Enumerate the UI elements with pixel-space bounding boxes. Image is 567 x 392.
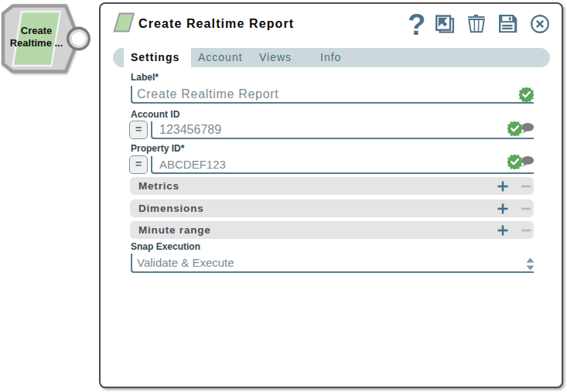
svg-text:Realtime ...: Realtime ... (10, 37, 63, 49)
svg-text:Create: Create (21, 25, 52, 36)
